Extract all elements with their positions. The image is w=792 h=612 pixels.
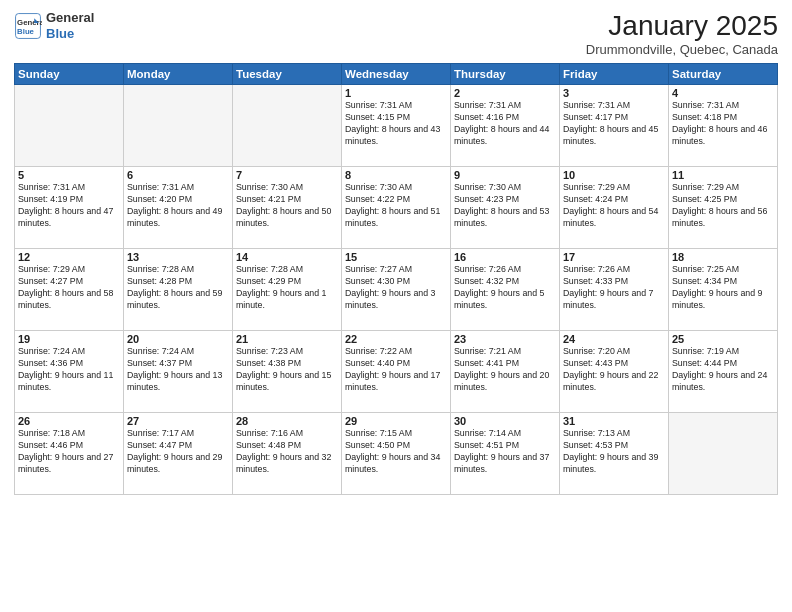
cell-text: Sunrise: 7:17 AM Sunset: 4:47 PM Dayligh… bbox=[127, 428, 229, 476]
location: Drummondville, Quebec, Canada bbox=[586, 42, 778, 57]
cell-text: Sunrise: 7:18 AM Sunset: 4:46 PM Dayligh… bbox=[18, 428, 120, 476]
calendar-cell: 10Sunrise: 7:29 AM Sunset: 4:24 PM Dayli… bbox=[560, 167, 669, 249]
calendar-cell: 7Sunrise: 7:30 AM Sunset: 4:21 PM Daylig… bbox=[233, 167, 342, 249]
svg-text:Blue: Blue bbox=[17, 26, 35, 35]
day-number: 8 bbox=[345, 169, 447, 181]
week-row-1: 5Sunrise: 7:31 AM Sunset: 4:19 PM Daylig… bbox=[15, 167, 778, 249]
cell-text: Sunrise: 7:30 AM Sunset: 4:21 PM Dayligh… bbox=[236, 182, 338, 230]
calendar-cell: 12Sunrise: 7:29 AM Sunset: 4:27 PM Dayli… bbox=[15, 249, 124, 331]
calendar-cell: 19Sunrise: 7:24 AM Sunset: 4:36 PM Dayli… bbox=[15, 331, 124, 413]
calendar-cell: 31Sunrise: 7:13 AM Sunset: 4:53 PM Dayli… bbox=[560, 413, 669, 495]
calendar-cell bbox=[669, 413, 778, 495]
logo-general: General bbox=[46, 10, 94, 26]
weekday-header-wednesday: Wednesday bbox=[342, 64, 451, 85]
cell-text: Sunrise: 7:15 AM Sunset: 4:50 PM Dayligh… bbox=[345, 428, 447, 476]
calendar-cell: 15Sunrise: 7:27 AM Sunset: 4:30 PM Dayli… bbox=[342, 249, 451, 331]
day-number: 15 bbox=[345, 251, 447, 263]
day-number: 20 bbox=[127, 333, 229, 345]
day-number: 13 bbox=[127, 251, 229, 263]
page: General Blue General Blue January 2025 D… bbox=[0, 0, 792, 612]
week-row-0: 1Sunrise: 7:31 AM Sunset: 4:15 PM Daylig… bbox=[15, 85, 778, 167]
cell-text: Sunrise: 7:29 AM Sunset: 4:27 PM Dayligh… bbox=[18, 264, 120, 312]
cell-text: Sunrise: 7:31 AM Sunset: 4:19 PM Dayligh… bbox=[18, 182, 120, 230]
cell-text: Sunrise: 7:14 AM Sunset: 4:51 PM Dayligh… bbox=[454, 428, 556, 476]
day-number: 23 bbox=[454, 333, 556, 345]
weekday-header-thursday: Thursday bbox=[451, 64, 560, 85]
calendar-cell: 8Sunrise: 7:30 AM Sunset: 4:22 PM Daylig… bbox=[342, 167, 451, 249]
day-number: 12 bbox=[18, 251, 120, 263]
day-number: 6 bbox=[127, 169, 229, 181]
cell-text: Sunrise: 7:30 AM Sunset: 4:22 PM Dayligh… bbox=[345, 182, 447, 230]
week-row-4: 26Sunrise: 7:18 AM Sunset: 4:46 PM Dayli… bbox=[15, 413, 778, 495]
calendar-cell bbox=[124, 85, 233, 167]
calendar-cell: 5Sunrise: 7:31 AM Sunset: 4:19 PM Daylig… bbox=[15, 167, 124, 249]
cell-text: Sunrise: 7:26 AM Sunset: 4:32 PM Dayligh… bbox=[454, 264, 556, 312]
cell-text: Sunrise: 7:26 AM Sunset: 4:33 PM Dayligh… bbox=[563, 264, 665, 312]
title-block: January 2025 Drummondville, Quebec, Cana… bbox=[586, 10, 778, 57]
cell-text: Sunrise: 7:29 AM Sunset: 4:24 PM Dayligh… bbox=[563, 182, 665, 230]
day-number: 24 bbox=[563, 333, 665, 345]
day-number: 21 bbox=[236, 333, 338, 345]
weekday-header-saturday: Saturday bbox=[669, 64, 778, 85]
logo-blue: Blue bbox=[46, 26, 94, 42]
cell-text: Sunrise: 7:22 AM Sunset: 4:40 PM Dayligh… bbox=[345, 346, 447, 394]
calendar-table: SundayMondayTuesdayWednesdayThursdayFrid… bbox=[14, 63, 778, 495]
calendar-cell bbox=[233, 85, 342, 167]
day-number: 26 bbox=[18, 415, 120, 427]
calendar-cell: 11Sunrise: 7:29 AM Sunset: 4:25 PM Dayli… bbox=[669, 167, 778, 249]
calendar-cell bbox=[15, 85, 124, 167]
cell-text: Sunrise: 7:21 AM Sunset: 4:41 PM Dayligh… bbox=[454, 346, 556, 394]
cell-text: Sunrise: 7:30 AM Sunset: 4:23 PM Dayligh… bbox=[454, 182, 556, 230]
calendar-cell: 3Sunrise: 7:31 AM Sunset: 4:17 PM Daylig… bbox=[560, 85, 669, 167]
week-row-2: 12Sunrise: 7:29 AM Sunset: 4:27 PM Dayli… bbox=[15, 249, 778, 331]
calendar-cell: 13Sunrise: 7:28 AM Sunset: 4:28 PM Dayli… bbox=[124, 249, 233, 331]
calendar-body: 1Sunrise: 7:31 AM Sunset: 4:15 PM Daylig… bbox=[15, 85, 778, 495]
weekday-header-row: SundayMondayTuesdayWednesdayThursdayFrid… bbox=[15, 64, 778, 85]
calendar-cell: 27Sunrise: 7:17 AM Sunset: 4:47 PM Dayli… bbox=[124, 413, 233, 495]
day-number: 5 bbox=[18, 169, 120, 181]
calendar-cell: 23Sunrise: 7:21 AM Sunset: 4:41 PM Dayli… bbox=[451, 331, 560, 413]
logo-text-block: General Blue bbox=[46, 10, 94, 41]
cell-text: Sunrise: 7:19 AM Sunset: 4:44 PM Dayligh… bbox=[672, 346, 774, 394]
calendar-cell: 28Sunrise: 7:16 AM Sunset: 4:48 PM Dayli… bbox=[233, 413, 342, 495]
day-number: 11 bbox=[672, 169, 774, 181]
day-number: 31 bbox=[563, 415, 665, 427]
day-number: 18 bbox=[672, 251, 774, 263]
calendar-cell: 20Sunrise: 7:24 AM Sunset: 4:37 PM Dayli… bbox=[124, 331, 233, 413]
cell-text: Sunrise: 7:24 AM Sunset: 4:37 PM Dayligh… bbox=[127, 346, 229, 394]
calendar-cell: 22Sunrise: 7:22 AM Sunset: 4:40 PM Dayli… bbox=[342, 331, 451, 413]
day-number: 28 bbox=[236, 415, 338, 427]
weekday-header-friday: Friday bbox=[560, 64, 669, 85]
cell-text: Sunrise: 7:20 AM Sunset: 4:43 PM Dayligh… bbox=[563, 346, 665, 394]
day-number: 10 bbox=[563, 169, 665, 181]
calendar-cell: 25Sunrise: 7:19 AM Sunset: 4:44 PM Dayli… bbox=[669, 331, 778, 413]
cell-text: Sunrise: 7:28 AM Sunset: 4:29 PM Dayligh… bbox=[236, 264, 338, 312]
day-number: 16 bbox=[454, 251, 556, 263]
day-number: 2 bbox=[454, 87, 556, 99]
cell-text: Sunrise: 7:31 AM Sunset: 4:18 PM Dayligh… bbox=[672, 100, 774, 148]
weekday-header-tuesday: Tuesday bbox=[233, 64, 342, 85]
calendar-cell: 18Sunrise: 7:25 AM Sunset: 4:34 PM Dayli… bbox=[669, 249, 778, 331]
day-number: 7 bbox=[236, 169, 338, 181]
day-number: 1 bbox=[345, 87, 447, 99]
calendar-cell: 14Sunrise: 7:28 AM Sunset: 4:29 PM Dayli… bbox=[233, 249, 342, 331]
day-number: 9 bbox=[454, 169, 556, 181]
cell-text: Sunrise: 7:31 AM Sunset: 4:15 PM Dayligh… bbox=[345, 100, 447, 148]
cell-text: Sunrise: 7:28 AM Sunset: 4:28 PM Dayligh… bbox=[127, 264, 229, 312]
logo-icon: General Blue bbox=[14, 12, 42, 40]
calendar-cell: 29Sunrise: 7:15 AM Sunset: 4:50 PM Dayli… bbox=[342, 413, 451, 495]
day-number: 3 bbox=[563, 87, 665, 99]
day-number: 30 bbox=[454, 415, 556, 427]
cell-text: Sunrise: 7:29 AM Sunset: 4:25 PM Dayligh… bbox=[672, 182, 774, 230]
calendar-cell: 6Sunrise: 7:31 AM Sunset: 4:20 PM Daylig… bbox=[124, 167, 233, 249]
cell-text: Sunrise: 7:31 AM Sunset: 4:16 PM Dayligh… bbox=[454, 100, 556, 148]
day-number: 4 bbox=[672, 87, 774, 99]
cell-text: Sunrise: 7:31 AM Sunset: 4:20 PM Dayligh… bbox=[127, 182, 229, 230]
cell-text: Sunrise: 7:24 AM Sunset: 4:36 PM Dayligh… bbox=[18, 346, 120, 394]
cell-text: Sunrise: 7:25 AM Sunset: 4:34 PM Dayligh… bbox=[672, 264, 774, 312]
cell-text: Sunrise: 7:27 AM Sunset: 4:30 PM Dayligh… bbox=[345, 264, 447, 312]
day-number: 27 bbox=[127, 415, 229, 427]
day-number: 29 bbox=[345, 415, 447, 427]
week-row-3: 19Sunrise: 7:24 AM Sunset: 4:36 PM Dayli… bbox=[15, 331, 778, 413]
calendar-cell: 4Sunrise: 7:31 AM Sunset: 4:18 PM Daylig… bbox=[669, 85, 778, 167]
